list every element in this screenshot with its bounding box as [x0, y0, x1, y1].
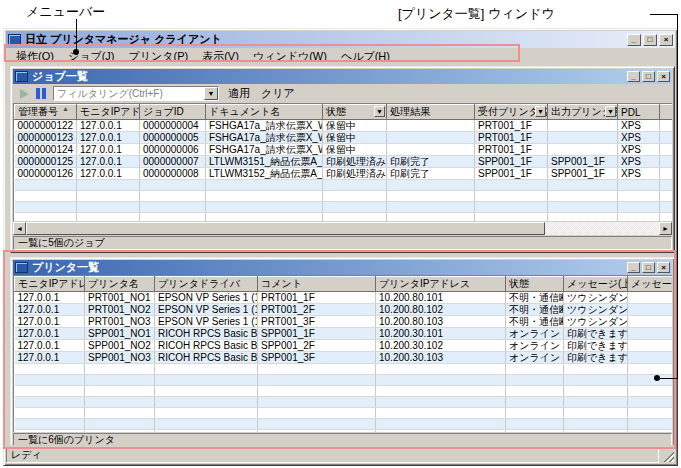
job-table-container: 管理番号▲モニタIPアドレスジョブIDドキュメント名状態▼処理結果受付プリンタ名…	[13, 103, 672, 221]
job-minimize-button[interactable]: _	[627, 71, 640, 82]
scroll-right-icon[interactable]: ►	[659, 222, 672, 235]
printer-table: モニタIPアドレスプリンタ名プリンタドライバコメントプリンタIPアドレス状態メッ…	[14, 276, 672, 432]
apply-filter-button[interactable]: 適用	[226, 86, 252, 101]
column-header-label: ドキュメント名	[209, 106, 280, 117]
printer-table-row-3[interactable]: 127.0.0.1SPP001_NO1RICOH RPCS Basic BWSP…	[15, 328, 673, 340]
column-header-label: モニタIPアドレス	[18, 278, 85, 289]
filter-dropdown-icon[interactable]: ▼	[605, 106, 616, 117]
status-message: レディ	[6, 447, 659, 463]
scroll-left-icon[interactable]: ◄	[13, 222, 26, 235]
screenshot-canvas: メニューバー [プリンタ一覧] ウィンドウ 日立 プリンタマネージャ クライアン…	[0, 0, 681, 468]
maximize-button[interactable]: □	[643, 34, 657, 46]
printer-table-row-6[interactable]	[15, 364, 673, 375]
printer-table-column-header-0[interactable]: モニタIPアドレス	[15, 277, 85, 292]
job-close-button[interactable]: ×	[657, 71, 670, 82]
printer-table-row-12[interactable]	[15, 430, 673, 433]
menu-bar: 操作(O)ジョブ(J)プリンタ(P)表示(V)ウィンドウ(W)ヘルプ(H)	[6, 48, 675, 64]
annotation-menu-bar-label: メニューバー	[26, 3, 105, 21]
job-table-row-1[interactable]: 0000000123127.0.0.10000000005FSHGA17a_請求…	[15, 132, 673, 144]
job-table-column-header-7[interactable]: 出力プリンタ名▼	[548, 105, 618, 120]
minimize-button[interactable]: _	[627, 34, 641, 46]
job-table-row-2[interactable]: 0000000124127.0.0.10000000006FSHGA17a_請求…	[15, 144, 673, 156]
column-header-label: 処理結果	[390, 106, 430, 117]
printer-table-column-header-4[interactable]: プリンタIPアドレス	[376, 277, 506, 292]
printer-table-column-header-7[interactable]: メッセージ(下段)	[628, 277, 673, 292]
job-table-column-header-1[interactable]: モニタIPアドレス	[77, 105, 140, 120]
printer-table-row-1[interactable]: 127.0.0.1PRT001_NO2EPSON VP Series 1 (13…	[15, 304, 673, 316]
filter-dropdown-icon[interactable]: ▼	[374, 106, 385, 117]
column-header-filler	[660, 105, 673, 120]
printer-minimize-button[interactable]: _	[627, 262, 640, 273]
pause-job-icon[interactable]	[36, 88, 46, 99]
column-header-label: メッセージ(下段)	[631, 278, 672, 289]
filter-combobox[interactable]: フィルタリング(Ctrl+F) ▼	[53, 86, 219, 101]
printer-table-row-2[interactable]: 127.0.0.1PRT001_NO3EPSON VP Series 1 (13…	[15, 316, 673, 328]
job-list-window: ジョブ一覧 _ □ × フィルタリング(Ctrl+F) ▼ 適用 クリア	[10, 66, 675, 253]
printer-table-row-4[interactable]: 127.0.0.1SPP001_NO2RICOH RPCS Basic BWSP…	[15, 340, 673, 352]
resume-job-icon[interactable]	[20, 89, 29, 99]
job-table-row-6[interactable]	[15, 191, 673, 202]
printer-table-container: モニタIPアドレスプリンタ名プリンタドライバコメントプリンタIPアドレス状態メッ…	[13, 275, 672, 432]
printer-table-row-0[interactable]: 127.0.0.1PRT001_NO1EPSON VP Series 1 (13…	[15, 292, 673, 304]
printer-table-column-header-3[interactable]: コメント	[258, 277, 376, 292]
job-window-icon	[15, 71, 28, 82]
job-table-column-header-3[interactable]: ドキュメント名	[206, 105, 323, 120]
printer-maximize-button[interactable]: □	[642, 262, 655, 273]
printer-table-column-header-1[interactable]: プリンタ名	[85, 277, 155, 292]
menu-item-5[interactable]: ヘルプ(H)	[334, 48, 397, 65]
printer-table-column-header-2[interactable]: プリンタドライバ	[155, 277, 258, 292]
job-table-column-header-5[interactable]: 処理結果	[387, 105, 475, 120]
job-table-row-5[interactable]	[15, 180, 673, 191]
job-table-row-0[interactable]: 0000000122127.0.0.10000000004FSHGA17a_請求…	[15, 120, 673, 132]
printer-table-row-10[interactable]	[15, 408, 673, 419]
column-header-label: PDL	[621, 107, 640, 118]
job-table-column-header-6[interactable]: 受付プリンタ名▼	[475, 105, 548, 120]
printer-table-row-9[interactable]	[15, 397, 673, 408]
printer-table-row-5[interactable]: 127.0.0.1SPP001_NO3RICOH RPCS Basic BWSP…	[15, 352, 673, 364]
job-status-bar: 一覧に5個のジョブ	[13, 236, 672, 250]
printer-table-row-8[interactable]	[15, 386, 673, 397]
printer-window-title: プリンタ一覧	[32, 260, 99, 275]
column-header-label: メッセージ(上段)	[567, 278, 628, 289]
printer-close-button[interactable]: ×	[657, 262, 670, 273]
job-maximize-button[interactable]: □	[642, 71, 655, 82]
main-window-title: 日立 プリンタマネージャ クライアント	[25, 32, 222, 47]
job-table-row-4[interactable]: 0000000126127.0.0.10000000008LTLWM3152_納…	[15, 168, 673, 180]
column-header-label: モニタIPアドレス	[80, 106, 140, 117]
filter-dropdown-icon[interactable]: ▼	[535, 106, 546, 117]
job-horizontal-scrollbar[interactable]: ◄ ►	[13, 222, 672, 235]
job-table-row-3[interactable]: 0000000125127.0.0.10000000007LTLWM3151_納…	[15, 156, 673, 168]
job-table-column-header-8[interactable]: PDL	[618, 105, 660, 120]
column-header-label: プリンタ名	[88, 278, 139, 289]
app-icon	[8, 34, 21, 45]
menu-item-1[interactable]: ジョブ(J)	[61, 48, 122, 65]
column-header-label: 状態	[509, 278, 529, 289]
printer-window-icon	[15, 262, 28, 273]
menu-item-4[interactable]: ウィンドウ(W)	[246, 48, 334, 65]
job-table-row-7[interactable]	[15, 202, 673, 213]
menu-item-2[interactable]: プリンタ(P)	[122, 48, 196, 65]
job-table-row-8[interactable]	[15, 213, 673, 222]
printer-table-column-header-5[interactable]: 状態	[506, 277, 564, 292]
job-scroll-thumb[interactable]	[26, 222, 545, 235]
column-header-label: コメント	[261, 278, 302, 289]
mdi-workspace: ジョブ一覧 _ □ × フィルタリング(Ctrl+F) ▼ 適用 クリア	[6, 64, 675, 445]
printer-table-row-11[interactable]	[15, 419, 673, 430]
annotation-line-printer-top	[650, 14, 678, 15]
resize-grip[interactable]	[661, 447, 675, 463]
printer-table-column-header-6[interactable]: メッセージ(上段)	[564, 277, 628, 292]
clear-filter-button[interactable]: クリア	[259, 86, 297, 101]
printer-window-title-bar[interactable]: プリンタ一覧 _ □ ×	[13, 260, 672, 275]
printer-table-row-7[interactable]	[15, 375, 673, 386]
chevron-down-icon[interactable]: ▼	[204, 87, 218, 100]
printer-status-bar: 一覧に6個のプリンタ	[13, 433, 672, 445]
job-scroll-track[interactable]	[26, 222, 659, 235]
main-title-bar[interactable]: 日立 プリンタマネージャ クライアント _ □ ×	[6, 31, 675, 48]
close-button[interactable]: ×	[659, 34, 673, 46]
job-table-column-header-2[interactable]: ジョブID	[140, 105, 206, 120]
job-table-column-header-4[interactable]: 状態▼	[323, 105, 387, 120]
job-window-title-bar[interactable]: ジョブ一覧 _ □ ×	[13, 69, 672, 84]
job-table-column-header-0[interactable]: 管理番号▲	[15, 105, 77, 120]
menu-item-3[interactable]: 表示(V)	[195, 48, 246, 65]
menu-item-0[interactable]: 操作(O)	[9, 48, 61, 65]
